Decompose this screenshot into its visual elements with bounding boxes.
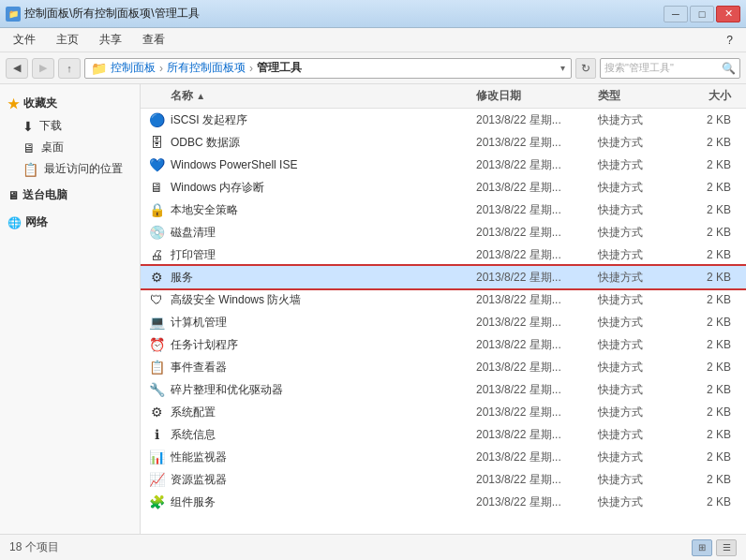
file-icon: 📋 [148,359,165,376]
sidebar-favorites-section: ★ 收藏夹 ⬇ 下载 🖥 桌面 📋 最近访问的位置 [0,92,140,180]
file-icon: ℹ [148,426,165,443]
menu-view[interactable]: 查看 [133,29,174,51]
sidebar-computer-header[interactable]: 🖥 送台电脑 [0,184,140,207]
table-row[interactable]: 📋 事件查看器 2013/8/22 星期... 快捷方式 2 KB [141,356,746,378]
table-row[interactable]: 🔧 碎片整理和优化驱动器 2013/8/22 星期... 快捷方式 2 KB [141,378,746,401]
sidebar-item-recent[interactable]: 📋 最近访问的位置 [0,158,140,180]
file-size: 2 KB [682,450,739,464]
file-date: 2013/8/22 星期... [476,382,598,398]
file-name: Windows PowerShell ISE [171,158,476,171]
breadcrumb-allitems[interactable]: 所有控制面板项 [167,60,246,76]
search-bar[interactable]: 搜索"管理工具" 🔍 [600,58,740,79]
menu-share[interactable]: 共享 [90,29,131,51]
file-size: 2 KB [682,316,739,329]
file-size: 2 KB [682,158,739,171]
table-row[interactable]: ℹ 系统信息 2013/8/22 星期... 快捷方式 2 KB [141,423,746,446]
file-size: 2 KB [682,383,739,396]
network-icon: 🌐 [7,216,22,229]
file-date: 2013/8/22 星期... [476,270,598,286]
address-dropdown-arrow[interactable]: ▾ [560,63,565,73]
table-row[interactable]: 🖥 Windows 内存诊断 2013/8/22 星期... 快捷方式 2 KB [141,176,746,199]
file-icon: 🔒 [148,201,165,218]
up-button[interactable]: ↑ [58,58,81,79]
view-list-button[interactable]: ☰ [716,539,737,556]
sidebar-network-header[interactable]: 🌐 网络 [0,211,140,234]
file-type: 快捷方式 [598,315,682,331]
file-size: 2 KB [682,248,739,261]
column-name[interactable]: 名称 ▲ [148,88,476,104]
menu-help[interactable]: ? [717,31,742,50]
file-type: 快捷方式 [598,360,682,376]
file-name: 本地安全策略 [171,202,476,218]
file-name: 系统信息 [171,427,476,443]
file-icon: ⏰ [148,336,165,353]
file-type: 快捷方式 [598,180,682,196]
file-icon: 💻 [148,314,165,331]
file-icon: 🔵 [148,111,165,128]
file-icon: 🖥 [148,179,165,196]
table-row[interactable]: 🔒 本地安全策略 2013/8/22 星期... 快捷方式 2 KB [141,199,746,221]
sidebar-favorites-header[interactable]: ★ 收藏夹 [0,92,140,115]
menu-file[interactable]: 文件 [4,29,45,51]
table-row[interactable]: ⏰ 任务计划程序 2013/8/22 星期... 快捷方式 2 KB [141,333,746,356]
back-button[interactable]: ◀ [6,58,28,79]
desktop-icon: 🖥 [22,140,36,155]
file-list-area: 名称 ▲ 修改日期 类型 大小 🔵 iSCSI 发起程序 2013/8/22 星… [141,84,746,534]
file-name: 高级安全 Windows 防火墙 [171,292,476,308]
sep1: › [159,62,163,75]
file-type: 快捷方式 [598,449,682,465]
file-name: Windows 内存诊断 [171,180,476,196]
file-name: 系统配置 [171,405,476,420]
file-date: 2013/8/22 星期... [476,494,598,510]
file-date: 2013/8/22 星期... [476,180,598,196]
table-row[interactable]: ⚙ 服务 2013/8/22 星期... 快捷方式 2 KB [141,266,746,288]
table-row[interactable]: ⚙ 系统配置 2013/8/22 星期... 快捷方式 2 KB [141,401,746,423]
file-icon: ⚙ [148,269,165,286]
file-icon: 🛡 [148,291,165,308]
table-row[interactable]: 💻 计算机管理 2013/8/22 星期... 快捷方式 2 KB [141,311,746,333]
file-size: 2 KB [682,203,739,216]
file-type: 快捷方式 [598,405,682,420]
column-date[interactable]: 修改日期 [476,88,598,104]
breadcrumb-controlpanel[interactable]: 控制面板 [111,60,156,76]
column-size[interactable]: 大小 [682,88,739,104]
file-type: 快捷方式 [598,270,682,286]
sidebar-item-downloads[interactable]: ⬇ 下载 [0,115,140,137]
sidebar-item-desktop[interactable]: 🖥 桌面 [0,137,140,158]
file-icon: 💙 [148,156,165,173]
file-name: 计算机管理 [171,315,476,331]
table-row[interactable]: 💿 磁盘清理 2013/8/22 星期... 快捷方式 2 KB [141,221,746,243]
address-bar[interactable]: 📁 控制面板 › 所有控制面板项 › 管理工具 ▾ [84,58,572,79]
column-type[interactable]: 类型 [598,88,682,104]
forward-button[interactable]: ▶ [32,58,54,79]
sidebar-desktop-label: 桌面 [41,140,64,155]
maximize-button[interactable]: □ [690,6,714,22]
file-size: 2 KB [682,495,739,508]
menu-home[interactable]: 主页 [47,29,88,51]
table-row[interactable]: 🛡 高级安全 Windows 防火墙 2013/8/22 星期... 快捷方式 … [141,288,746,311]
file-name: 资源监视器 [171,472,476,488]
file-icon: ⚙ [148,404,165,420]
view-details-button[interactable]: ⊞ [692,539,712,556]
file-date: 2013/8/22 星期... [476,337,598,353]
file-icon: 🔧 [148,381,165,398]
sidebar: ★ 收藏夹 ⬇ 下载 🖥 桌面 📋 最近访问的位置 🖥 送台电脑 [0,84,141,534]
table-row[interactable]: 🧩 组件服务 2013/8/22 星期... 快捷方式 2 KB [141,491,746,513]
file-name: 磁盘清理 [171,225,476,241]
table-row[interactable]: 🖨 打印管理 2013/8/22 星期... 快捷方式 2 KB [141,243,746,266]
table-row[interactable]: 🗄 ODBC 数据源 2013/8/22 星期... 快捷方式 2 KB [141,131,746,154]
file-icon: 🖨 [148,246,165,263]
table-row[interactable]: 📊 性能监视器 2013/8/22 星期... 快捷方式 2 KB [141,446,746,468]
file-size: 2 KB [682,181,739,194]
main-area: ★ 收藏夹 ⬇ 下载 🖥 桌面 📋 最近访问的位置 🖥 送台电脑 [0,84,746,534]
table-row[interactable]: 📈 资源监视器 2013/8/22 星期... 快捷方式 2 KB [141,468,746,491]
file-name: 服务 [171,270,476,286]
app-icon: 📁 [6,7,21,22]
item-count: 18 个项目 [9,539,59,555]
file-date: 2013/8/22 星期... [476,360,598,376]
minimize-button[interactable]: ─ [664,6,688,22]
table-row[interactable]: 💙 Windows PowerShell ISE 2013/8/22 星期...… [141,154,746,176]
refresh-button[interactable]: ↻ [575,58,596,79]
close-button[interactable]: ✕ [716,6,740,22]
table-row[interactable]: 🔵 iSCSI 发起程序 2013/8/22 星期... 快捷方式 2 KB [141,109,746,131]
